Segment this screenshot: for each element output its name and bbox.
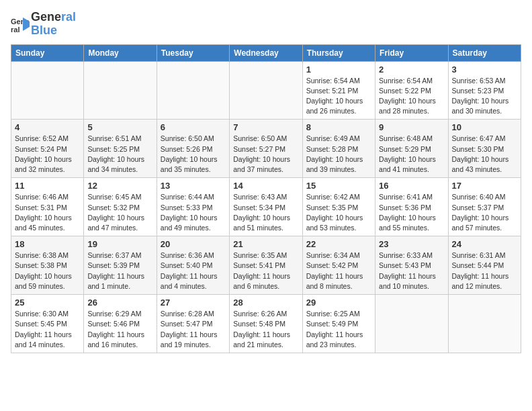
calendar-cell — [11, 61, 84, 120]
day-number: 8 — [306, 122, 371, 132]
day-info: Sunrise: 6:54 AM Sunset: 5:21 PM Dayligh… — [306, 76, 371, 117]
calendar-cell: 16Sunrise: 6:41 AM Sunset: 5:36 PM Dayli… — [375, 178, 448, 236]
day-number: 29 — [306, 298, 371, 308]
day-number: 22 — [306, 239, 371, 249]
calendar-cell — [157, 61, 229, 120]
day-info: Sunrise: 6:44 AM Sunset: 5:33 PM Dayligh… — [161, 192, 226, 233]
calendar-cell: 21Sunrise: 6:35 AM Sunset: 5:41 PM Dayli… — [230, 236, 302, 295]
calendar-cell: 28Sunrise: 6:26 AM Sunset: 5:48 PM Dayli… — [230, 295, 302, 353]
day-number: 12 — [87, 181, 152, 191]
calendar-cell: 17Sunrise: 6:40 AM Sunset: 5:37 PM Dayli… — [448, 178, 521, 236]
day-info: Sunrise: 6:38 AM Sunset: 5:38 PM Dayligh… — [15, 250, 80, 291]
calendar-cell: 10Sunrise: 6:47 AM Sunset: 5:30 PM Dayli… — [448, 120, 521, 178]
calendar-header-row: SundayMondayTuesdayWednesdayThursdayFrid… — [11, 44, 521, 61]
col-header-saturday: Saturday — [448, 44, 521, 61]
calendar-cell: 15Sunrise: 6:42 AM Sunset: 5:35 PM Dayli… — [302, 178, 375, 236]
calendar-cell: 6Sunrise: 6:50 AM Sunset: 5:26 PM Daylig… — [157, 120, 229, 178]
calendar-table: SundayMondayTuesdayWednesdayThursdayFrid… — [11, 44, 521, 353]
svg-text:ral: ral — [11, 26, 19, 34]
calendar-cell: 25Sunrise: 6:30 AM Sunset: 5:45 PM Dayli… — [11, 295, 84, 353]
logo-icon: Gene- ral — [11, 15, 30, 34]
day-info: Sunrise: 6:50 AM Sunset: 5:27 PM Dayligh… — [233, 134, 298, 175]
day-info: Sunrise: 6:43 AM Sunset: 5:34 PM Dayligh… — [233, 192, 298, 233]
calendar-cell — [375, 295, 448, 353]
day-number: 3 — [452, 64, 517, 75]
day-number: 21 — [233, 239, 298, 249]
day-info: Sunrise: 6:50 AM Sunset: 5:26 PM Dayligh… — [161, 134, 226, 175]
day-info: Sunrise: 6:41 AM Sunset: 5:36 PM Dayligh… — [379, 192, 444, 233]
col-header-sunday: Sunday — [11, 44, 84, 61]
day-number: 13 — [161, 181, 226, 191]
day-number: 16 — [379, 181, 444, 191]
day-info: Sunrise: 6:30 AM Sunset: 5:45 PM Dayligh… — [15, 309, 80, 350]
day-info: Sunrise: 6:40 AM Sunset: 5:37 PM Dayligh… — [452, 192, 517, 233]
day-info: Sunrise: 6:42 AM Sunset: 5:35 PM Dayligh… — [306, 192, 371, 233]
day-info: Sunrise: 6:33 AM Sunset: 5:43 PM Dayligh… — [379, 250, 444, 291]
day-number: 23 — [379, 239, 444, 249]
calendar-cell: 2Sunrise: 6:54 AM Sunset: 5:22 PM Daylig… — [375, 61, 448, 120]
col-header-thursday: Thursday — [302, 44, 375, 61]
day-number: 6 — [161, 122, 226, 132]
calendar-week-1: 1Sunrise: 6:54 AM Sunset: 5:21 PM Daylig… — [11, 61, 521, 120]
day-number: 5 — [87, 122, 152, 132]
calendar-cell: 12Sunrise: 6:45 AM Sunset: 5:32 PM Dayli… — [84, 178, 157, 236]
day-number: 2 — [379, 64, 444, 75]
calendar-cell: 8Sunrise: 6:49 AM Sunset: 5:28 PM Daylig… — [302, 120, 375, 178]
calendar-cell: 9Sunrise: 6:48 AM Sunset: 5:29 PM Daylig… — [375, 120, 448, 178]
day-number: 28 — [233, 298, 298, 308]
day-number: 4 — [15, 122, 80, 132]
day-number: 11 — [15, 181, 80, 191]
calendar-week-4: 18Sunrise: 6:38 AM Sunset: 5:38 PM Dayli… — [11, 236, 521, 295]
col-header-wednesday: Wednesday — [230, 44, 302, 61]
day-info: Sunrise: 6:47 AM Sunset: 5:30 PM Dayligh… — [452, 134, 517, 175]
calendar-cell: 13Sunrise: 6:44 AM Sunset: 5:33 PM Dayli… — [157, 178, 229, 236]
calendar-cell: 4Sunrise: 6:52 AM Sunset: 5:24 PM Daylig… — [11, 120, 84, 178]
day-info: Sunrise: 6:48 AM Sunset: 5:29 PM Dayligh… — [379, 134, 444, 175]
calendar-cell: 18Sunrise: 6:38 AM Sunset: 5:38 PM Dayli… — [11, 236, 84, 295]
col-header-monday: Monday — [84, 44, 157, 61]
calendar-cell: 19Sunrise: 6:37 AM Sunset: 5:39 PM Dayli… — [84, 236, 157, 295]
col-header-friday: Friday — [375, 44, 448, 61]
page-header: Gene- ral General Blue — [11, 11, 521, 38]
calendar-cell: 29Sunrise: 6:25 AM Sunset: 5:49 PM Dayli… — [302, 295, 375, 353]
day-number: 10 — [452, 122, 517, 132]
calendar-cell: 22Sunrise: 6:34 AM Sunset: 5:42 PM Dayli… — [302, 236, 375, 295]
calendar-cell: 3Sunrise: 6:53 AM Sunset: 5:23 PM Daylig… — [448, 61, 521, 120]
day-info: Sunrise: 6:51 AM Sunset: 5:25 PM Dayligh… — [87, 134, 152, 175]
day-number: 26 — [87, 298, 152, 308]
day-info: Sunrise: 6:31 AM Sunset: 5:44 PM Dayligh… — [452, 250, 517, 291]
day-info: Sunrise: 6:49 AM Sunset: 5:28 PM Dayligh… — [306, 134, 371, 175]
logo: Gene- ral General Blue — [11, 11, 76, 38]
day-info: Sunrise: 6:36 AM Sunset: 5:40 PM Dayligh… — [161, 250, 226, 291]
day-number: 17 — [452, 181, 517, 191]
day-info: Sunrise: 6:28 AM Sunset: 5:47 PM Dayligh… — [161, 309, 226, 350]
calendar-cell: 14Sunrise: 6:43 AM Sunset: 5:34 PM Dayli… — [230, 178, 302, 236]
day-info: Sunrise: 6:25 AM Sunset: 5:49 PM Dayligh… — [306, 309, 371, 350]
calendar-week-2: 4Sunrise: 6:52 AM Sunset: 5:24 PM Daylig… — [11, 120, 521, 178]
day-number: 7 — [233, 122, 298, 132]
day-info: Sunrise: 6:45 AM Sunset: 5:32 PM Dayligh… — [87, 192, 152, 233]
day-info: Sunrise: 6:53 AM Sunset: 5:23 PM Dayligh… — [452, 76, 517, 117]
day-info: Sunrise: 6:52 AM Sunset: 5:24 PM Dayligh… — [15, 134, 80, 175]
day-info: Sunrise: 6:54 AM Sunset: 5:22 PM Dayligh… — [379, 76, 444, 117]
calendar-cell: 11Sunrise: 6:46 AM Sunset: 5:31 PM Dayli… — [11, 178, 84, 236]
day-number: 18 — [15, 239, 80, 249]
calendar-cell: 20Sunrise: 6:36 AM Sunset: 5:40 PM Dayli… — [157, 236, 229, 295]
day-number: 27 — [161, 298, 226, 308]
day-number: 1 — [306, 64, 371, 75]
day-info: Sunrise: 6:34 AM Sunset: 5:42 PM Dayligh… — [306, 250, 371, 291]
day-number: 9 — [379, 122, 444, 132]
day-info: Sunrise: 6:29 AM Sunset: 5:46 PM Dayligh… — [87, 309, 152, 350]
calendar-cell — [84, 61, 157, 120]
calendar-cell: 27Sunrise: 6:28 AM Sunset: 5:47 PM Dayli… — [157, 295, 229, 353]
calendar-cell: 7Sunrise: 6:50 AM Sunset: 5:27 PM Daylig… — [230, 120, 302, 178]
calendar-week-5: 25Sunrise: 6:30 AM Sunset: 5:45 PM Dayli… — [11, 295, 521, 353]
calendar-cell: 24Sunrise: 6:31 AM Sunset: 5:44 PM Dayli… — [448, 236, 521, 295]
calendar-week-3: 11Sunrise: 6:46 AM Sunset: 5:31 PM Dayli… — [11, 178, 521, 236]
calendar-cell: 1Sunrise: 6:54 AM Sunset: 5:21 PM Daylig… — [302, 61, 375, 120]
col-header-tuesday: Tuesday — [157, 44, 229, 61]
day-info: Sunrise: 6:35 AM Sunset: 5:41 PM Dayligh… — [233, 250, 298, 291]
calendar-cell — [448, 295, 521, 353]
day-number: 14 — [233, 181, 298, 191]
calendar-cell: 26Sunrise: 6:29 AM Sunset: 5:46 PM Dayli… — [84, 295, 157, 353]
